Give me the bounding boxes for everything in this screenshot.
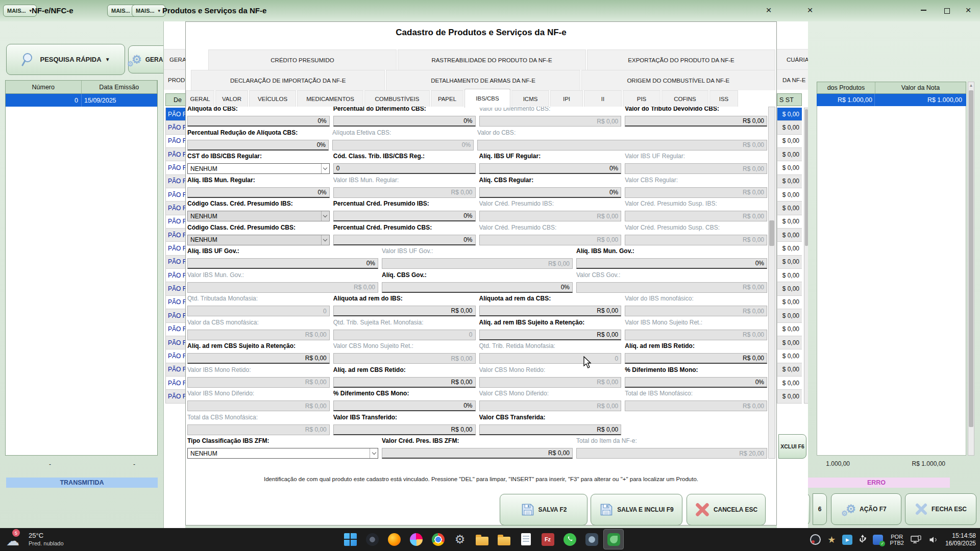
salva-e-inclui-f9-button[interactable]: SALVA E INCLUI F9 bbox=[591, 494, 682, 525]
input-valor-cr-d-presumido-cbs[interactable]: R$ 0,00 bbox=[479, 235, 622, 245]
input-al-quota-efetiva-cbs[interactable]: 0% bbox=[332, 140, 474, 151]
input-valor-cbs-regular[interactable]: R$ 0,00 bbox=[625, 187, 767, 198]
input-al-q-ibs-mun-regular[interactable]: 0% bbox=[187, 187, 330, 198]
product-row[interactable]: PÃO FRA bbox=[165, 215, 185, 229]
input-valor-cbs-mono-sujeito-ret[interactable]: R$ 0,00 bbox=[333, 353, 476, 364]
st-value-cell[interactable]: $ 0,00 bbox=[777, 202, 802, 215]
product-row[interactable]: PÃO FRA bbox=[165, 336, 185, 349]
taskbar-app-media[interactable] bbox=[581, 529, 602, 549]
st-value-cell[interactable]: $ 0,00 bbox=[777, 108, 802, 121]
tab-valor[interactable]: VALOR bbox=[215, 90, 248, 107]
tab-iss[interactable]: ISS bbox=[709, 90, 738, 107]
input-valor-ibs-transferido[interactable]: R$ 0,00 bbox=[333, 424, 476, 435]
input-valor-cbs-transferida[interactable]: R$ 0,00 bbox=[479, 424, 622, 435]
input-al-quota-do-cbs[interactable]: 0% bbox=[187, 116, 330, 127]
tab-produtos-partial[interactable]: PRODUT bbox=[164, 69, 185, 90]
product-row[interactable]: PÃO FRA bbox=[165, 390, 185, 403]
product-row[interactable]: PÃO FRA bbox=[165, 108, 185, 121]
st-value-cell[interactable]: $ 0,00 bbox=[777, 282, 802, 295]
input-valor-cr-d-presumido-ibs[interactable]: R$ 0,00 bbox=[479, 211, 622, 221]
st-value-cell[interactable]: $ 0,00 bbox=[777, 377, 802, 390]
input-total-de-ibs-monof-sico[interactable]: R$ 0,00 bbox=[625, 400, 767, 411]
nfe-selected-row[interactable]: 0 15/09/2025 bbox=[6, 94, 157, 107]
input-valor-ibs-uf-gov[interactable]: R$ 0,00 bbox=[382, 258, 573, 269]
st-value-cell[interactable]: $ 0,00 bbox=[777, 135, 802, 148]
st-value-cell[interactable]: $ 0,00 bbox=[777, 323, 802, 336]
exclui-f6-button-partial[interactable]: 6 bbox=[813, 493, 827, 525]
st-value-cell[interactable]: $ 0,00 bbox=[777, 229, 802, 242]
input-valor-do-diferimento-cbs[interactable]: R$ 0,00 bbox=[479, 116, 622, 127]
star-tray-icon[interactable]: ★ bbox=[827, 534, 836, 545]
input-valor-ibs-mun-regular[interactable]: R$ 0,00 bbox=[333, 187, 476, 198]
taskbar-app-folder[interactable] bbox=[494, 529, 514, 549]
tab-papel[interactable]: PAPEL bbox=[431, 90, 463, 107]
input-total-da-cbs-monof-sica[interactable]: R$ 0,00 bbox=[187, 424, 330, 435]
taskbar-app-explorer[interactable] bbox=[472, 529, 492, 549]
input-al-quota-ad-rem-da-cbs[interactable]: R$ 0,00 bbox=[479, 306, 622, 316]
input-valor-cbs-mono-retido[interactable]: R$ 0,00 bbox=[479, 377, 622, 388]
product-row[interactable]: PÃO FRA bbox=[165, 309, 185, 322]
tab-pis[interactable]: PIS bbox=[623, 90, 660, 107]
input-al-q-ad-rem-cbs-retido[interactable]: R$ 0,00 bbox=[333, 377, 476, 388]
input-valor-cbs-gov[interactable]: R$ 0,00 bbox=[576, 282, 767, 293]
st-value-cell[interactable]: $ 0,00 bbox=[777, 121, 802, 134]
tab-cofins[interactable]: COFINS bbox=[662, 90, 708, 107]
input-al-q-ad-rem-cbs-sujeito-a-reten-o[interactable]: R$ 0,00 bbox=[187, 353, 330, 364]
taskbar-weather-widget[interactable]: ☁ 5 25°C Pred. nublado bbox=[5, 529, 64, 549]
column-header-valor-nota[interactable]: Valor da Nota bbox=[875, 82, 966, 93]
acao-f7-button[interactable]: ⚙⚙ AÇÃO F7 bbox=[831, 493, 901, 525]
st-value-cell[interactable]: $ 0,00 bbox=[777, 256, 802, 269]
input-valor-da-cbs-monof-sica[interactable]: R$ 0,00 bbox=[187, 330, 330, 340]
input-qtd-tributada-monofasia[interactable]: 0 bbox=[187, 306, 330, 316]
column-header-data-emissao[interactable]: Data Emissão bbox=[82, 81, 158, 93]
taskbar-app-firefox[interactable] bbox=[384, 529, 404, 549]
input-valor-ibs-uf-regular[interactable]: R$ 0,00 bbox=[625, 163, 767, 174]
minimize-icon[interactable] bbox=[917, 3, 930, 15]
product-row[interactable]: PÃO FRA bbox=[165, 135, 185, 148]
st-value-cell[interactable]: $ 0,00 bbox=[777, 309, 802, 322]
tab-icms[interactable]: ICMS bbox=[511, 90, 549, 107]
st-value-cell[interactable]: $ 0,00 bbox=[777, 349, 802, 363]
product-row[interactable]: PÃO FRA bbox=[165, 121, 185, 134]
input-qtd-trib-retida-monofasia[interactable]: 0 bbox=[479, 353, 622, 364]
tab-geral[interactable]: GERAL bbox=[186, 90, 214, 107]
input-valor-cbs-mono-diferido[interactable]: R$ 0,00 bbox=[479, 400, 622, 411]
input-valor-cr-d-presumido-susp-cbs[interactable]: R$ 0,00 bbox=[625, 235, 767, 245]
input-valor-ibs-mono-diferido[interactable]: R$ 0,00 bbox=[187, 400, 330, 411]
tab-rastreabilidade-do-produto-da-nf-e[interactable]: RASTREABILIDADE DO PRODUTO DA NF-E bbox=[398, 49, 586, 70]
input-al-q-ad-rem-ibs-sujeito-a-reten-o[interactable]: R$ 0,00 bbox=[479, 330, 622, 340]
st-value-cell[interactable]: $ 0,00 bbox=[777, 269, 802, 282]
input-percentual-cr-d-presumido-cbs[interactable]: 0% bbox=[333, 235, 476, 245]
salva-f2-button[interactable]: SALVA F2 bbox=[500, 494, 587, 525]
network-monitor-icon[interactable] bbox=[911, 535, 922, 544]
security-cube-tray-icon[interactable]: ✓ bbox=[873, 535, 883, 545]
product-row[interactable]: PÃO FRA bbox=[165, 282, 185, 295]
usb-tray-icon[interactable] bbox=[859, 535, 866, 545]
taskbar-app-document[interactable] bbox=[516, 529, 536, 549]
input-valor-ibs-mono-sujeito-ret[interactable]: R$ 0,00 bbox=[625, 330, 767, 340]
tab-ipi[interactable]: IPI bbox=[550, 90, 583, 107]
close-window-icon[interactable]: × bbox=[803, 4, 817, 16]
close-app-icon[interactable]: × bbox=[962, 4, 975, 16]
st-value-cell[interactable]: $ 0,00 bbox=[777, 215, 802, 229]
column-header-valor-produtos[interactable]: dos Produtos bbox=[817, 82, 875, 93]
taskbar-app-filezilla[interactable]: Fz bbox=[537, 529, 558, 549]
taskbar-app-dark[interactable] bbox=[362, 529, 382, 549]
product-list-scrollbar[interactable] bbox=[804, 108, 808, 404]
input-valor-do-tributo-devolvido-cbs[interactable]: R$ 0,00 bbox=[625, 116, 767, 127]
input-valor-cr-d-presumido-susp-ibs[interactable]: R$ 0,00 bbox=[625, 211, 767, 221]
st-value-cell[interactable]: $ 0,00 bbox=[777, 148, 802, 161]
input-al-q-ad-rem-ibs-retido[interactable]: R$ 0,00 bbox=[625, 353, 767, 364]
tab-geral-partial[interactable]: GERAL bbox=[164, 49, 185, 69]
tab-declara-o-de-importa-o-da-nf-e[interactable]: DECLARAÇÃO DE IMPORTAÇÃO DA NF-E bbox=[191, 70, 385, 90]
scroll-up-icon[interactable]: ▲ bbox=[968, 82, 974, 89]
product-row[interactable]: PÃO FRA bbox=[165, 202, 185, 215]
obs-tray-icon[interactable] bbox=[810, 534, 821, 545]
input-al-q-ibs-uf-regular[interactable]: 0% bbox=[479, 163, 622, 174]
input-percentual-redu-o-de-al-quota-cbs[interactable]: 0% bbox=[187, 140, 329, 151]
maximize-icon[interactable] bbox=[940, 4, 953, 17]
tab-detalhamento-de-armas-da-nf-e[interactable]: DETALHAMENTO DE ARMAS DA NF-E bbox=[386, 70, 580, 90]
cancela-esc-button[interactable]: CANCELA ESC bbox=[687, 494, 766, 525]
st-value-cell[interactable]: $ 0,00 bbox=[777, 161, 802, 174]
tab-ve-culos[interactable]: VEÍCULOS bbox=[249, 90, 296, 107]
